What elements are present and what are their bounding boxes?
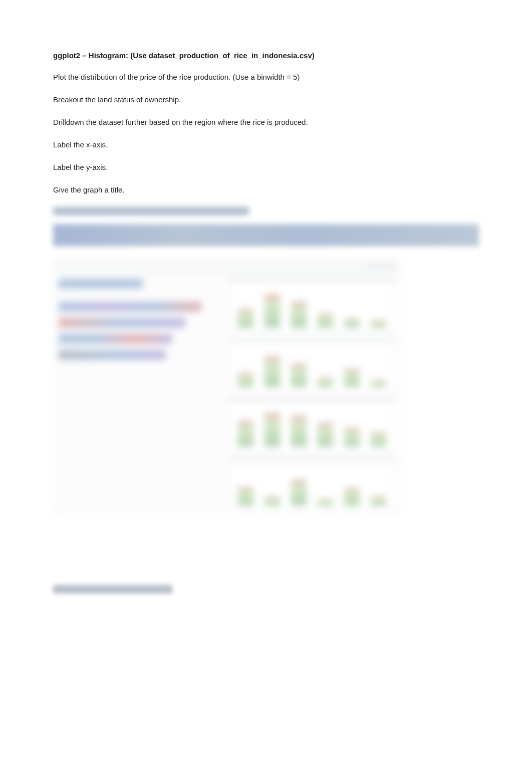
screenshot-code-pane: [54, 274, 226, 514]
screenshot-titlebar: [54, 260, 398, 274]
section-heading: ggplot2 – Histogram: (Use dataset_produc…: [53, 51, 479, 60]
code-line: [59, 350, 166, 360]
blurred-screenshot: [53, 259, 399, 515]
facet-panel: [229, 277, 395, 333]
blur-line: [53, 207, 249, 215]
code-line: [59, 334, 172, 344]
facet-panel: [229, 455, 395, 512]
instruction-2: Breakout the land status of ownership.: [53, 94, 479, 105]
blurred-answer-block: [53, 207, 479, 515]
close-icon: [387, 263, 394, 270]
blurred-next-heading: [53, 585, 479, 594]
instruction-5: Label the y-axis.: [53, 162, 479, 172]
window-controls: [369, 263, 394, 270]
maximize-icon: [378, 263, 385, 270]
code-line: [59, 302, 201, 312]
heading-prefix: ggplot2 – Histogram:: [53, 51, 130, 60]
facet-panel: [229, 396, 395, 452]
heading-suffix: (Use dataset_production_of_rice_in_indon…: [130, 51, 315, 60]
minimize-icon: [369, 263, 376, 270]
blur-line: [53, 585, 172, 594]
instruction-1: Plot the distribution of the price of th…: [53, 72, 479, 82]
screenshot-plot-pane: [226, 274, 398, 514]
facet-panel: [229, 336, 395, 393]
instruction-3: Drilldown the dataset further based on t…: [53, 117, 479, 127]
blur-paragraph: [53, 224, 479, 246]
instruction-4: Label the x-axis.: [53, 139, 479, 150]
code-line: [59, 279, 143, 289]
code-line: [59, 318, 185, 328]
instruction-6: Give the graph a title.: [53, 184, 479, 195]
